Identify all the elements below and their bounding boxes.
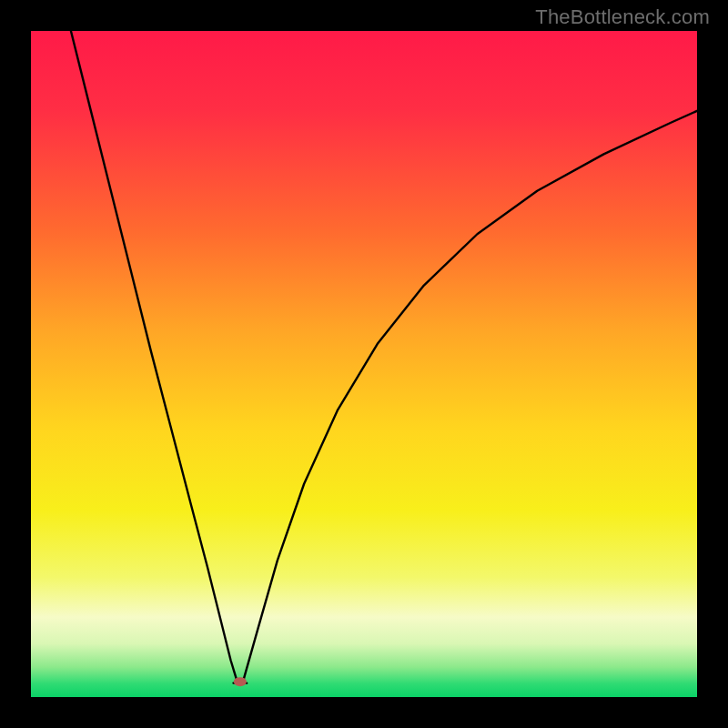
chart-frame: TheBottleneck.com xyxy=(0,0,728,728)
optimal-point-marker xyxy=(234,677,247,686)
source-attribution: TheBottleneck.com xyxy=(535,5,710,29)
curve-path xyxy=(71,31,697,683)
bottleneck-curve xyxy=(31,31,697,697)
plot-area xyxy=(31,31,697,697)
